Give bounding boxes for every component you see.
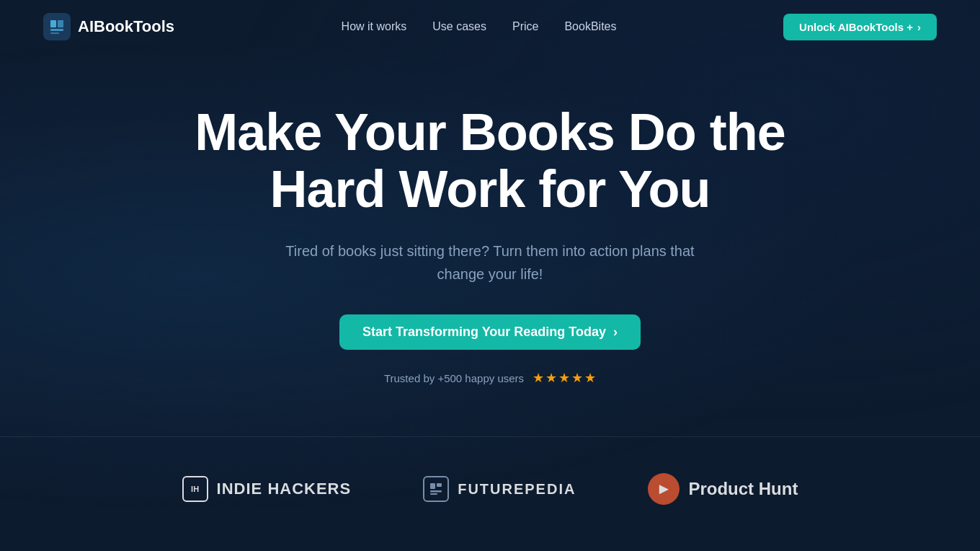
svg-rect-7 <box>430 493 437 495</box>
svg-rect-1 <box>58 20 63 27</box>
svg-rect-3 <box>50 32 59 34</box>
svg-rect-6 <box>430 490 442 493</box>
trusted-text: Trusted by +500 happy users <box>384 372 524 384</box>
futurepedia-logo: FUTUREPEDIA <box>423 476 576 502</box>
nav-item-how-it-works[interactable]: How it works <box>342 20 407 33</box>
hero-subtitle: Tired of books just sitting there? Turn … <box>267 239 713 286</box>
product-hunt-icon: ► <box>648 473 680 505</box>
nav-item-price[interactable]: Price <box>512 20 538 33</box>
indie-hackers-logo: IH INDIE HACKERS <box>182 476 352 502</box>
logo-icon <box>43 13 71 40</box>
logo-text: AIBookTools <box>78 17 174 36</box>
star-5: ★ <box>584 370 596 386</box>
hero-cta-arrow: › <box>613 325 618 340</box>
hero-section: Make Your Books Do the Hard Work for You… <box>0 53 980 422</box>
product-hunt-name: Product Hunt <box>688 479 798 499</box>
star-2: ★ <box>545 370 557 386</box>
nav-item-bookbites[interactable]: BookBites <box>564 20 616 33</box>
nav-item-use-cases[interactable]: Use cases <box>432 20 486 33</box>
star-rating: ★ ★ ★ ★ ★ <box>533 370 596 386</box>
trusted-row: Trusted by +500 happy users ★ ★ ★ ★ ★ <box>384 370 596 386</box>
navbar: AIBookTools How it works Use cases Price… <box>0 0 980 53</box>
star-3: ★ <box>558 370 570 386</box>
nav-links: How it works Use cases Price BookBites <box>342 20 617 33</box>
futurepedia-name: FUTUREPEDIA <box>458 481 576 498</box>
product-hunt-logo: ► Product Hunt <box>648 473 798 505</box>
nav-cta-button[interactable]: Unlock AIBookTools + › <box>783 14 937 40</box>
svg-rect-4 <box>430 483 435 489</box>
video-demo-title: Video Demo <box>43 548 937 551</box>
hero-title: Make Your Books Do the Hard Work for You <box>195 104 785 218</box>
logos-section: IH INDIE HACKERS FUTUREPEDIA ► Product H… <box>0 436 980 534</box>
video-section: Video Demo <box>0 534 980 551</box>
indie-hackers-name: INDIE HACKERS <box>217 480 352 498</box>
svg-rect-0 <box>50 20 56 27</box>
star-4: ★ <box>571 370 583 386</box>
indie-hackers-icon: IH <box>182 476 208 502</box>
nav-cta-arrow: › <box>917 21 921 33</box>
star-1: ★ <box>533 370 544 386</box>
logo[interactable]: AIBookTools <box>43 13 174 40</box>
svg-rect-2 <box>50 29 63 31</box>
futurepedia-icon <box>423 476 449 502</box>
svg-rect-5 <box>437 483 442 487</box>
hero-cta-button[interactable]: Start Transforming Your Reading Today › <box>339 314 641 350</box>
